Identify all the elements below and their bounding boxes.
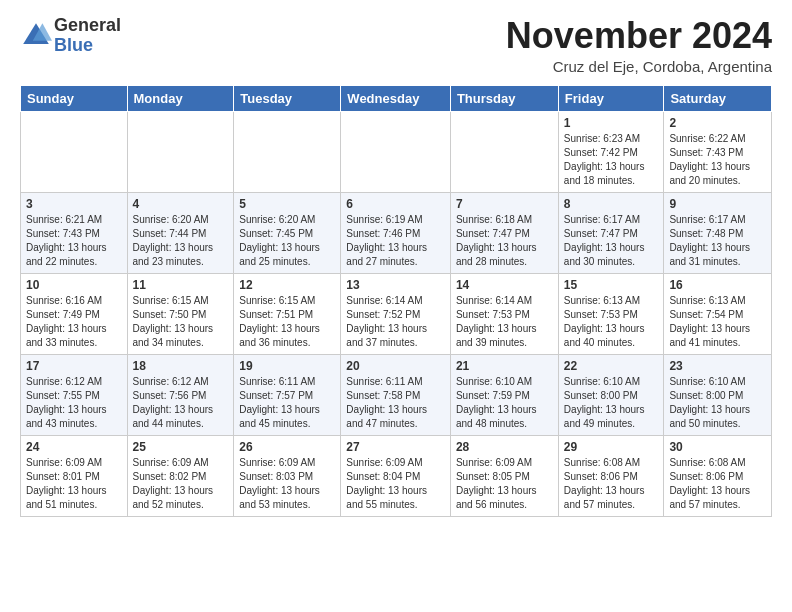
calendar-cell: 10Sunrise: 6:16 AMSunset: 7:49 PMDayligh… [21,273,128,354]
header: General Blue November 2024 Cruz del Eje,… [20,16,772,75]
day-info: Sunrise: 6:10 AMSunset: 8:00 PMDaylight:… [669,375,766,431]
day-header-saturday: Saturday [664,85,772,111]
day-info: Sunrise: 6:20 AMSunset: 7:45 PMDaylight:… [239,213,335,269]
calendar-row: 17Sunrise: 6:12 AMSunset: 7:55 PMDayligh… [21,354,772,435]
day-number: 1 [564,116,659,130]
day-header-friday: Friday [558,85,664,111]
day-number: 10 [26,278,122,292]
calendar-row: 1Sunrise: 6:23 AMSunset: 7:42 PMDaylight… [21,111,772,192]
day-header-monday: Monday [127,85,234,111]
calendar-cell [127,111,234,192]
calendar-row: 24Sunrise: 6:09 AMSunset: 8:01 PMDayligh… [21,435,772,516]
day-info: Sunrise: 6:11 AMSunset: 7:57 PMDaylight:… [239,375,335,431]
day-number: 13 [346,278,445,292]
day-info: Sunrise: 6:15 AMSunset: 7:51 PMDaylight:… [239,294,335,350]
day-info: Sunrise: 6:19 AMSunset: 7:46 PMDaylight:… [346,213,445,269]
calendar-cell: 14Sunrise: 6:14 AMSunset: 7:53 PMDayligh… [450,273,558,354]
day-number: 29 [564,440,659,454]
day-header-wednesday: Wednesday [341,85,451,111]
day-number: 23 [669,359,766,373]
calendar-header-row: SundayMondayTuesdayWednesdayThursdayFrid… [21,85,772,111]
calendar-cell [341,111,451,192]
day-number: 17 [26,359,122,373]
calendar-cell: 24Sunrise: 6:09 AMSunset: 8:01 PMDayligh… [21,435,128,516]
calendar-table: SundayMondayTuesdayWednesdayThursdayFrid… [20,85,772,517]
day-number: 16 [669,278,766,292]
day-info: Sunrise: 6:13 AMSunset: 7:54 PMDaylight:… [669,294,766,350]
day-info: Sunrise: 6:08 AMSunset: 8:06 PMDaylight:… [669,456,766,512]
day-info: Sunrise: 6:16 AMSunset: 7:49 PMDaylight:… [26,294,122,350]
calendar-cell: 11Sunrise: 6:15 AMSunset: 7:50 PMDayligh… [127,273,234,354]
calendar-cell: 9Sunrise: 6:17 AMSunset: 7:48 PMDaylight… [664,192,772,273]
day-number: 9 [669,197,766,211]
calendar-cell: 28Sunrise: 6:09 AMSunset: 8:05 PMDayligh… [450,435,558,516]
day-number: 21 [456,359,553,373]
calendar-cell: 26Sunrise: 6:09 AMSunset: 8:03 PMDayligh… [234,435,341,516]
day-info: Sunrise: 6:09 AMSunset: 8:01 PMDaylight:… [26,456,122,512]
day-number: 6 [346,197,445,211]
day-info: Sunrise: 6:10 AMSunset: 8:00 PMDaylight:… [564,375,659,431]
calendar-cell: 7Sunrise: 6:18 AMSunset: 7:47 PMDaylight… [450,192,558,273]
page: General Blue November 2024 Cruz del Eje,… [0,0,792,533]
day-number: 27 [346,440,445,454]
day-info: Sunrise: 6:09 AMSunset: 8:02 PMDaylight:… [133,456,229,512]
day-number: 28 [456,440,553,454]
calendar-cell [450,111,558,192]
day-number: 30 [669,440,766,454]
calendar-cell: 1Sunrise: 6:23 AMSunset: 7:42 PMDaylight… [558,111,664,192]
day-info: Sunrise: 6:21 AMSunset: 7:43 PMDaylight:… [26,213,122,269]
day-number: 20 [346,359,445,373]
calendar-cell: 30Sunrise: 6:08 AMSunset: 8:06 PMDayligh… [664,435,772,516]
logo-blue-text: Blue [54,36,121,56]
logo: General Blue [20,16,121,56]
calendar-cell: 27Sunrise: 6:09 AMSunset: 8:04 PMDayligh… [341,435,451,516]
day-header-sunday: Sunday [21,85,128,111]
day-number: 26 [239,440,335,454]
day-info: Sunrise: 6:23 AMSunset: 7:42 PMDaylight:… [564,132,659,188]
day-header-tuesday: Tuesday [234,85,341,111]
calendar-cell: 18Sunrise: 6:12 AMSunset: 7:56 PMDayligh… [127,354,234,435]
logo-icon [20,20,52,52]
calendar-cell: 2Sunrise: 6:22 AMSunset: 7:43 PMDaylight… [664,111,772,192]
day-info: Sunrise: 6:20 AMSunset: 7:44 PMDaylight:… [133,213,229,269]
day-info: Sunrise: 6:15 AMSunset: 7:50 PMDaylight:… [133,294,229,350]
day-number: 4 [133,197,229,211]
day-number: 8 [564,197,659,211]
logo-general-text: General [54,16,121,36]
calendar-cell [21,111,128,192]
calendar-cell: 12Sunrise: 6:15 AMSunset: 7:51 PMDayligh… [234,273,341,354]
day-info: Sunrise: 6:13 AMSunset: 7:53 PMDaylight:… [564,294,659,350]
calendar-cell: 21Sunrise: 6:10 AMSunset: 7:59 PMDayligh… [450,354,558,435]
day-number: 15 [564,278,659,292]
calendar-cell [234,111,341,192]
logo-text: General Blue [54,16,121,56]
day-info: Sunrise: 6:14 AMSunset: 7:53 PMDaylight:… [456,294,553,350]
calendar-cell: 13Sunrise: 6:14 AMSunset: 7:52 PMDayligh… [341,273,451,354]
calendar-cell: 5Sunrise: 6:20 AMSunset: 7:45 PMDaylight… [234,192,341,273]
day-info: Sunrise: 6:09 AMSunset: 8:04 PMDaylight:… [346,456,445,512]
day-number: 19 [239,359,335,373]
calendar-cell: 6Sunrise: 6:19 AMSunset: 7:46 PMDaylight… [341,192,451,273]
day-info: Sunrise: 6:11 AMSunset: 7:58 PMDaylight:… [346,375,445,431]
day-info: Sunrise: 6:12 AMSunset: 7:56 PMDaylight:… [133,375,229,431]
day-info: Sunrise: 6:14 AMSunset: 7:52 PMDaylight:… [346,294,445,350]
calendar-cell: 19Sunrise: 6:11 AMSunset: 7:57 PMDayligh… [234,354,341,435]
day-number: 25 [133,440,229,454]
day-info: Sunrise: 6:17 AMSunset: 7:48 PMDaylight:… [669,213,766,269]
day-info: Sunrise: 6:10 AMSunset: 7:59 PMDaylight:… [456,375,553,431]
day-info: Sunrise: 6:09 AMSunset: 8:03 PMDaylight:… [239,456,335,512]
calendar-cell: 23Sunrise: 6:10 AMSunset: 8:00 PMDayligh… [664,354,772,435]
day-number: 11 [133,278,229,292]
day-info: Sunrise: 6:17 AMSunset: 7:47 PMDaylight:… [564,213,659,269]
calendar-cell: 20Sunrise: 6:11 AMSunset: 7:58 PMDayligh… [341,354,451,435]
calendar-cell: 29Sunrise: 6:08 AMSunset: 8:06 PMDayligh… [558,435,664,516]
calendar-cell: 3Sunrise: 6:21 AMSunset: 7:43 PMDaylight… [21,192,128,273]
day-number: 7 [456,197,553,211]
day-number: 22 [564,359,659,373]
title-block: November 2024 Cruz del Eje, Cordoba, Arg… [506,16,772,75]
calendar-cell: 4Sunrise: 6:20 AMSunset: 7:44 PMDaylight… [127,192,234,273]
day-number: 12 [239,278,335,292]
day-number: 24 [26,440,122,454]
day-number: 14 [456,278,553,292]
day-info: Sunrise: 6:22 AMSunset: 7:43 PMDaylight:… [669,132,766,188]
